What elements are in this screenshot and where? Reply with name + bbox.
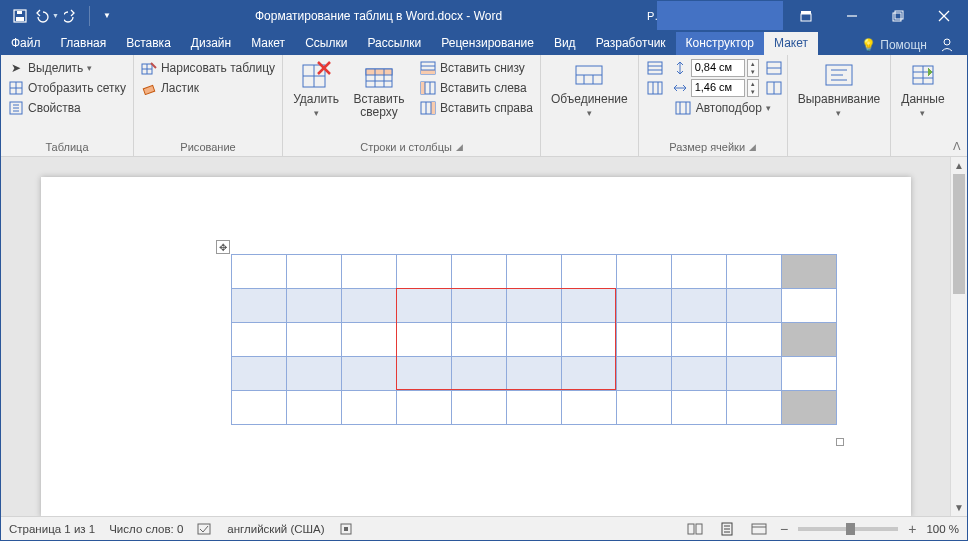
table-cell[interactable] [451,323,506,357]
table-cell[interactable] [561,323,616,357]
zoom-out-button[interactable]: − [780,521,788,537]
delete-button[interactable]: Удалить▾ [287,57,345,120]
dist-rows-icon2[interactable] [765,60,783,76]
zoom-slider-knob[interactable] [846,523,855,535]
eraser-button[interactable]: Ластик [138,79,278,97]
table-cell[interactable] [561,391,616,425]
zoom-value[interactable]: 100 % [926,523,959,535]
col-width-spinner[interactable]: ▲▼ [747,79,759,97]
table-cell[interactable] [286,391,341,425]
table-cell[interactable] [671,323,726,357]
tab-design[interactable]: Дизайн [181,32,241,55]
tab-table-layout[interactable]: Макет [764,32,818,55]
data-button[interactable]: Данные▾ [895,57,950,120]
table-row[interactable] [231,289,836,323]
table-cell[interactable] [616,255,671,289]
redo-button[interactable] [59,2,85,30]
row-height-value[interactable]: 0,84 см [691,59,745,77]
rows-cols-dialog-launcher[interactable]: ◢ [456,142,463,152]
table-cell[interactable] [616,289,671,323]
table-cell[interactable] [231,289,286,323]
table-cell[interactable] [726,323,781,357]
table-cell[interactable] [671,289,726,323]
table-cell[interactable] [396,255,451,289]
table-cell[interactable] [286,357,341,391]
row-height-spinner[interactable]: ▲▼ [747,59,759,77]
distribute-cols-button[interactable] [643,79,667,97]
table-cell[interactable] [451,289,506,323]
insert-left-button[interactable]: Вставить слева [417,79,536,97]
page-indicator[interactable]: Страница 1 из 1 [9,523,95,535]
scroll-thumb[interactable] [953,174,965,294]
autofit-button[interactable]: Автоподбор▾ [671,99,783,117]
scroll-track[interactable] [951,174,967,499]
table-cell[interactable] [341,323,396,357]
dist-cols-icon2[interactable] [765,80,783,96]
tell-me-search[interactable]: 💡 Помощн [861,38,927,52]
table-cell[interactable] [726,357,781,391]
close-button[interactable] [921,1,967,30]
table-cell[interactable] [781,357,836,391]
print-layout-button[interactable] [716,520,738,538]
tab-developer[interactable]: Разработчик [586,32,676,55]
table-cell[interactable] [451,255,506,289]
scroll-up-button[interactable]: ▲ [951,157,967,174]
table-cell[interactable] [506,255,561,289]
table-cell[interactable] [286,323,341,357]
table-cell[interactable] [671,255,726,289]
draw-table-button[interactable]: Нарисовать таблицу [138,59,278,77]
document-scroll[interactable]: ✥ [1,157,950,516]
table-cell[interactable] [231,323,286,357]
table-cell[interactable] [781,323,836,357]
table-cell[interactable] [341,357,396,391]
tab-view[interactable]: Вид [544,32,586,55]
minimize-button[interactable] [829,1,875,30]
table-cell[interactable] [506,391,561,425]
collapse-ribbon-button[interactable]: ᐱ [953,140,961,153]
table-row[interactable] [231,323,836,357]
document-table[interactable] [231,254,837,425]
alignment-button[interactable]: Выравнивание▾ [792,57,887,120]
ribbon-display-options-button[interactable] [783,1,829,30]
properties-button[interactable]: Свойства [5,99,129,117]
tab-insert[interactable]: Вставка [116,32,181,55]
tab-references[interactable]: Ссылки [295,32,357,55]
insert-right-button[interactable]: Вставить справа [417,99,536,117]
view-gridlines-button[interactable]: Отобразить сетку [5,79,129,97]
table-cell[interactable] [671,357,726,391]
page[interactable]: ✥ [41,177,911,516]
tab-review[interactable]: Рецензирование [431,32,544,55]
table-cell[interactable] [506,323,561,357]
undo-button[interactable]: ▼ [33,2,59,30]
row-height-input[interactable]: 0,84 см ▲▼ [671,59,783,77]
tab-layout[interactable]: Макет [241,32,295,55]
table-cell[interactable] [506,357,561,391]
table-cell[interactable] [396,391,451,425]
merge-button[interactable]: Объединение▾ [545,57,634,120]
table-cell[interactable] [396,357,451,391]
col-width-input[interactable]: 1,46 см ▲▼ [671,79,783,97]
share-button[interactable] [935,35,959,55]
zoom-slider[interactable] [798,527,898,531]
table-cell[interactable] [231,391,286,425]
read-mode-button[interactable] [684,520,706,538]
scroll-down-button[interactable]: ▼ [951,499,967,516]
tab-mailings[interactable]: Рассылки [357,32,431,55]
table-cell[interactable] [341,289,396,323]
zoom-in-button[interactable]: + [908,521,916,537]
table-cell[interactable] [616,323,671,357]
macro-indicator[interactable] [339,522,353,536]
web-layout-button[interactable] [748,520,770,538]
table-cell[interactable] [781,289,836,323]
cell-size-dialog-launcher[interactable]: ◢ [749,142,756,152]
table-cell[interactable] [726,255,781,289]
insert-below-button[interactable]: Вставить снизу [417,59,536,77]
tab-file[interactable]: Файл [1,32,51,55]
table-cell[interactable] [231,255,286,289]
language-indicator[interactable]: английский (США) [227,523,324,535]
table-cell[interactable] [341,255,396,289]
table-cell[interactable] [286,289,341,323]
table-cell[interactable] [616,357,671,391]
table-cell[interactable] [781,255,836,289]
table-cell[interactable] [726,391,781,425]
